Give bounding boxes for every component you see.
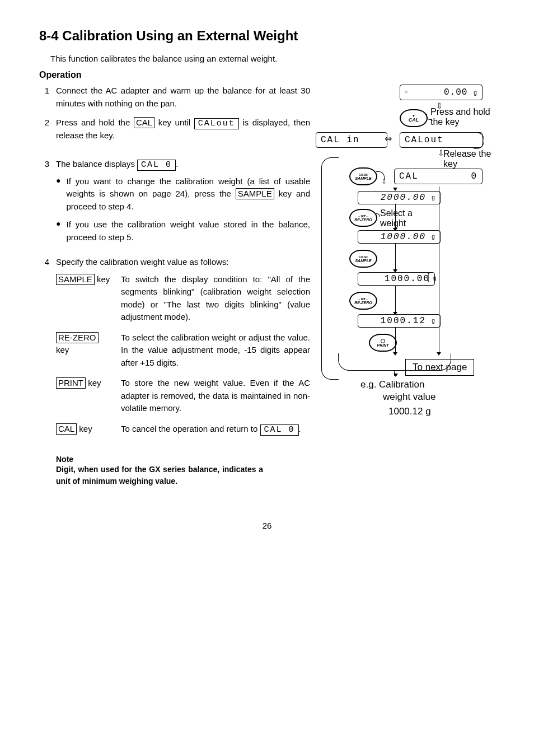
lcd-cal-0: CAL 0: [394, 169, 483, 184]
step-1: 1 Connect the AC adapter and warm up the…: [39, 85, 310, 110]
bullet-change-weight: ● If you want to change the calibration …: [56, 175, 310, 213]
lcd-1000-all-blink: 1000.00 g: [358, 230, 441, 244]
note-head: Note: [56, 455, 310, 464]
stable-indicator-icon: ○: [405, 90, 408, 95]
connector-bracket: [321, 157, 339, 380]
connector-line: [427, 114, 432, 120]
step-2: 2 Press and hold the CAL key until CALou…: [39, 116, 310, 142]
key-table: SAMPLE key To switch the display conditi…: [56, 273, 310, 436]
key-ref-cal: CAL: [56, 423, 77, 435]
lcd-unit: g: [474, 90, 477, 96]
bullet-use-stored: ● If you use the calibration weight valu…: [56, 218, 310, 244]
connector-curve: [474, 132, 484, 149]
text: key: [77, 424, 92, 433]
arrow-down-icon: ⇩: [438, 148, 444, 157]
key-label: PRINT key: [56, 377, 112, 415]
display-code-cal0: CAL 0: [137, 160, 176, 171]
key-label-text: SAMPLE: [355, 176, 371, 180]
key-label: RE-ZERO key: [56, 332, 112, 370]
cal-key-icon: ▼ CAL: [400, 109, 428, 127]
lcd-value: 2000.00: [381, 193, 426, 203]
key-desc: To store the new weight value. Even if t…: [121, 377, 310, 415]
key-desc: To cancel the operation and return to CA…: [121, 423, 310, 436]
text: .: [176, 159, 178, 169]
key-desc: To switch the display condition to: "All…: [121, 273, 310, 324]
arrow-head-icon: [394, 374, 398, 377]
lcd-text: CAL: [399, 171, 419, 181]
page-number: 26: [39, 521, 495, 530]
text: key: [95, 274, 110, 284]
connector-line: [439, 186, 439, 353]
step-3: 3 The balance displays CAL 0. ● If you w…: [39, 158, 310, 250]
print-key-icon: PRINT: [369, 334, 397, 352]
arrow-head-down-icon: [393, 228, 397, 231]
arrows-up-down-icon: ↑↓: [427, 272, 430, 282]
eg-line-3: 1000.12 g: [388, 405, 436, 418]
key-label-text: SAMPLE: [355, 259, 371, 263]
connector-line: [395, 328, 396, 353]
key-row-print: PRINT key To store the new weight value.…: [56, 377, 310, 415]
key-top-circle-icon: [381, 339, 385, 343]
step4-intro: Specify the calibration weight value as …: [56, 256, 310, 269]
annotation-select-weight: Select a weight: [380, 208, 430, 228]
lcd-unit: g: [433, 275, 437, 281]
sample-key-icon: 1/10d SAMPLE: [349, 167, 377, 185]
connector-line: [376, 213, 380, 217]
arrow-head-down-icon: [393, 312, 397, 315]
step-number: 4: [39, 256, 49, 444]
lcd-value: 1000.12: [381, 316, 426, 326]
example-caption: e.g. Calibration weight value 1000.12 g: [360, 379, 436, 418]
eg-line-1: e.g. Calibration: [360, 379, 436, 391]
key-label-text: RE-ZERO: [354, 218, 372, 222]
rezero-key-icon: →0/T← RE-ZERO: [349, 209, 377, 227]
bullet-icon: ●: [56, 218, 60, 244]
sample-key-icon: 1/10d SAMPLE: [349, 250, 377, 268]
text: The balance displays: [56, 159, 137, 169]
step-4: 4 Specify the calibration weight value a…: [39, 256, 310, 444]
text: To cancel the operation and return to: [121, 424, 260, 433]
step-number: 1: [39, 85, 49, 110]
bullet-text: If you want to change the calibration we…: [66, 175, 310, 213]
text: key until: [154, 118, 194, 127]
lcd-value: 1000.00: [385, 274, 430, 284]
display-code-cal0: CAL 0: [260, 424, 299, 436]
lcd-value: 1000.00: [381, 232, 426, 242]
text: key: [86, 378, 101, 388]
bullet-icon: ●: [56, 175, 60, 213]
lcd-text: 0: [471, 171, 477, 181]
arrow-head-down-icon: [393, 269, 397, 273]
intro-text: This function calibrates the balance usi…: [50, 54, 495, 63]
bullet-text: If you use the calibration weight value …: [66, 218, 310, 244]
right-column-diagram: ○ 0.00 g ⇩ ▼ CAL Press and hold the key …: [327, 85, 495, 487]
lcd-cal-in: CAL in: [316, 132, 387, 148]
step-body: Connect the AC adapter and warm up the b…: [56, 85, 310, 110]
annotation-press-hold: Press and hold the key: [430, 107, 492, 127]
key-ref-sample: SAMPLE: [56, 274, 95, 285]
text: key: [56, 345, 69, 354]
step-body: Specify the calibration weight value as …: [56, 256, 310, 444]
lcd-text: CAL in: [321, 135, 360, 145]
step-number: 3: [39, 158, 49, 250]
step-body: The balance displays CAL 0. ● If you wan…: [56, 158, 310, 250]
lcd-cal-out: CALout: [400, 132, 483, 148]
double-arrow-icon: ⇔: [385, 133, 392, 144]
key-row-rezero: RE-ZERO key To select the calibration we…: [56, 332, 310, 370]
lcd-unit: g: [432, 234, 435, 240]
section-heading: 8-4 Calibration Using an External Weight: [39, 28, 495, 44]
text: Press and hold the: [56, 118, 134, 127]
connector-line: [395, 244, 396, 270]
annotation-release: Release the key: [443, 149, 494, 169]
to-next-page-box: To next page: [405, 359, 474, 376]
lcd-1000-12: 1000.12 g: [358, 314, 441, 328]
lcd-1000-last2-blink: 1000.00: [358, 272, 435, 286]
lcd-text: CALout: [405, 135, 444, 145]
arrow-head-down-icon: [393, 188, 397, 191]
operation-subhead: Operation: [39, 70, 495, 80]
lcd-unit: g: [432, 195, 435, 201]
key-label-text: PRINT: [377, 343, 389, 347]
key-ref-sample: SAMPLE: [236, 188, 274, 199]
lcd-unit: g: [432, 318, 435, 324]
lcd-value: 0.00: [444, 87, 467, 97]
key-desc: To select the calibration weight or adju…: [121, 332, 310, 370]
left-column: 1 Connect the AC adapter and warm up the…: [39, 85, 310, 487]
